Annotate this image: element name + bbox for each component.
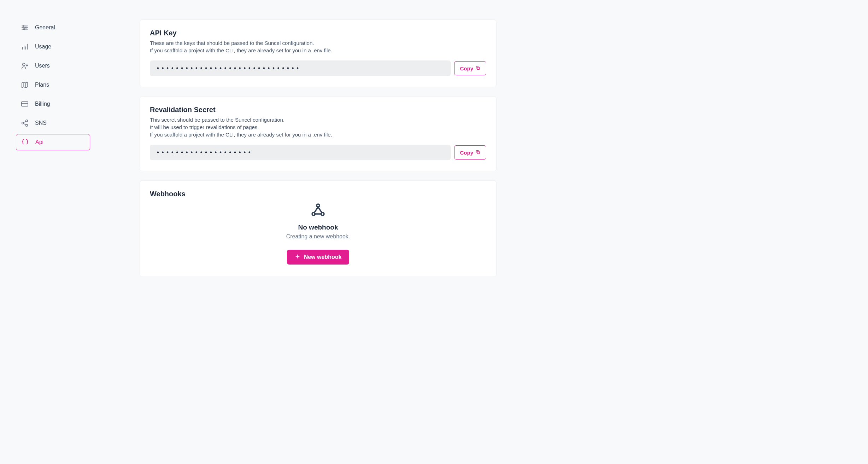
copy-icon [475, 150, 480, 156]
revalidation-title: Revalidation Secret [150, 106, 486, 114]
share-icon [21, 119, 29, 127]
svg-rect-23 [477, 67, 479, 69]
api-key-card: API Key These are the keys that should b… [140, 19, 497, 87]
sliders-icon [21, 24, 29, 31]
sidebar-item-label: Plans [35, 82, 49, 88]
copy-button-label: Copy [460, 65, 474, 71]
webhook-icon [310, 202, 326, 219]
sidebar-item-billing[interactable]: Billing [16, 96, 90, 112]
svg-rect-24 [477, 151, 479, 153]
new-webhook-button[interactable]: New webhook [287, 250, 350, 265]
svg-point-10 [23, 63, 25, 66]
api-key-description: These are the keys that should be passed… [150, 39, 486, 54]
sidebar-item-general[interactable]: General [16, 19, 90, 36]
copy-button-label: Copy [460, 150, 474, 156]
sidebar-item-label: Billing [35, 101, 50, 107]
webhooks-title: Webhooks [150, 190, 486, 198]
svg-point-4 [25, 27, 27, 28]
copy-icon [475, 65, 480, 71]
svg-line-22 [24, 123, 26, 125]
webhooks-empty-title: No webhook [298, 224, 338, 231]
sidebar-item-label: Usage [35, 44, 51, 50]
svg-marker-13 [22, 82, 28, 88]
main-content: API Key These are the keys that should b… [140, 19, 497, 277]
svg-line-21 [24, 121, 26, 123]
sidebar-item-label: Users [35, 63, 50, 69]
sidebar-item-api[interactable]: Api [16, 134, 90, 150]
api-key-title: API Key [150, 29, 486, 37]
copy-api-key-button[interactable]: Copy [454, 61, 487, 75]
svg-point-5 [23, 29, 25, 30]
credit-card-icon [21, 100, 29, 108]
sidebar-item-sns[interactable]: SNS [16, 115, 90, 131]
sidebar-item-users[interactable]: Users [16, 58, 90, 74]
api-key-field: •••••••••••••••••••••••••••••• [150, 60, 451, 76]
sidebar-item-label: General [35, 24, 55, 31]
revalidation-secret-field: •••••••••••••••••••• [150, 145, 451, 160]
sidebar-item-usage[interactable]: Usage [16, 39, 90, 55]
copy-revalidation-button[interactable]: Copy [454, 145, 487, 160]
plus-icon [295, 254, 300, 261]
braces-icon [21, 138, 29, 146]
settings-sidebar: General Usage Users Plans Billing [16, 19, 90, 277]
svg-rect-16 [22, 102, 28, 106]
sidebar-item-plans[interactable]: Plans [16, 77, 90, 93]
map-icon [21, 81, 29, 89]
new-webhook-label: New webhook [304, 254, 342, 260]
sidebar-item-label: SNS [35, 120, 47, 126]
revalidation-secret-card: Revalidation Secret This secret should b… [140, 96, 497, 171]
webhooks-empty-subtitle: Creating a new webhook. [286, 233, 350, 240]
webhooks-card: Webhooks No webhook Creating a new webho… [140, 180, 497, 277]
sidebar-item-label: Api [35, 139, 43, 145]
user-plus-icon [21, 62, 29, 70]
revalidation-description: This secret should be passed to the Sunc… [150, 116, 486, 138]
bar-chart-icon [21, 43, 29, 51]
svg-point-3 [23, 25, 24, 27]
